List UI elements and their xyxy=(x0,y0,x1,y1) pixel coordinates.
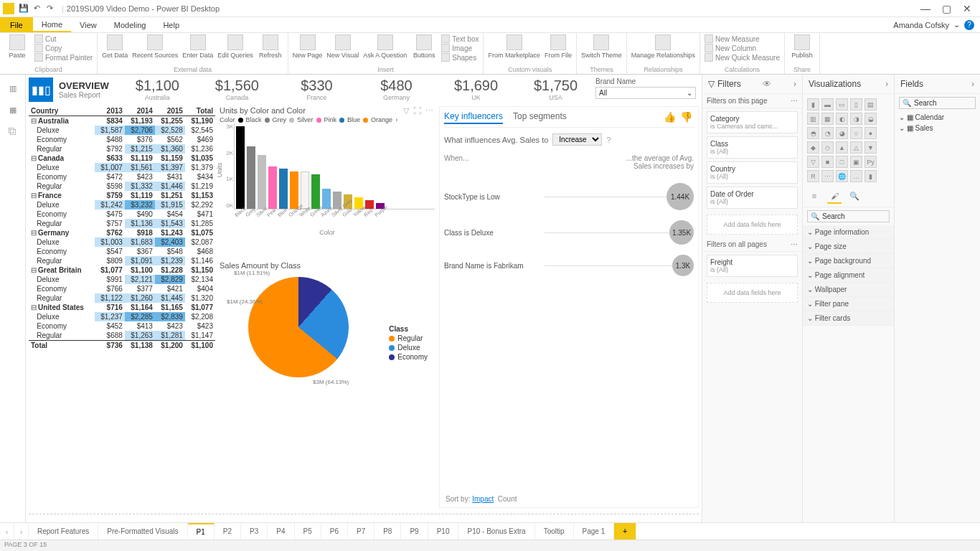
from-file-button[interactable]: From File xyxy=(545,34,572,59)
bar[interactable] xyxy=(268,166,277,209)
bar[interactable] xyxy=(290,171,298,209)
viz-type-icon[interactable]: ◆ xyxy=(807,141,819,154)
table-row[interactable]: Regular$598$1,332$1,446$1,219 xyxy=(29,182,215,191)
units-by-color-chart[interactable]: Units by Color and Color ▽ ⛶ ⋯ ColorBlac… xyxy=(220,106,435,257)
minimize-icon[interactable]: — xyxy=(920,3,930,14)
format-section[interactable]: ⌄ Filter cards xyxy=(803,311,894,326)
bar[interactable] xyxy=(279,169,288,209)
ki-row[interactable]: StockType is Low1.44K xyxy=(444,183,694,210)
table-row[interactable]: Regular$792$1,215$1,360$1,236 xyxy=(29,144,215,154)
add-page-button[interactable]: + xyxy=(614,523,636,540)
format-section[interactable]: ⌄ Page information xyxy=(803,225,894,240)
bar[interactable] xyxy=(247,146,255,209)
page-tab[interactable]: Page 1 xyxy=(574,523,615,540)
report-view-icon[interactable]: ▥ xyxy=(6,82,19,95)
recent-sources-button[interactable]: Recent Sources xyxy=(132,34,178,59)
eye-icon[interactable]: 👁 xyxy=(763,79,771,89)
ki-sort-count[interactable]: Count xyxy=(498,495,517,503)
new-page-button[interactable]: New Page xyxy=(293,34,323,59)
shapes-button[interactable]: Shapes xyxy=(441,53,479,62)
chevron-down-icon[interactable]: ⌄ xyxy=(953,20,960,29)
edit-queries-button[interactable]: Edit Queries xyxy=(217,34,253,59)
table-row[interactable]: Economy$547$367$548$468 xyxy=(29,247,215,256)
field-table[interactable]: ⌄ ▦ Sales xyxy=(895,123,980,133)
bar[interactable] xyxy=(311,174,320,209)
viz-type-icon[interactable]: ▭ xyxy=(836,98,848,110)
format-section[interactable]: ⌄ Page size xyxy=(803,240,894,254)
buttons-button[interactable]: Buttons xyxy=(411,34,437,59)
focus-icon[interactable]: ⛶ xyxy=(413,106,421,116)
viz-type-icon[interactable]: ◐ xyxy=(836,113,848,125)
thumbs-up-icon[interactable]: 👍 xyxy=(664,111,676,123)
table-row[interactable]: ⊟United States$716$1,164$1,165$1,077 xyxy=(29,303,215,312)
from-marketplace-button[interactable]: From Marketplace xyxy=(488,34,540,59)
format-tab-icon[interactable]: 🖌 xyxy=(827,189,842,204)
more-icon[interactable]: ⋯ xyxy=(791,97,798,105)
table-row[interactable]: Regular$1,122$1,260$1,445$1,320 xyxy=(29,293,215,303)
save-icon[interactable]: 💾 xyxy=(19,4,29,14)
page-tab[interactable]: Report Features xyxy=(29,523,98,540)
viz-type-icon[interactable]: ▮ xyxy=(807,98,819,110)
page-tab[interactable]: P10 xyxy=(428,523,459,540)
textbox-button[interactable]: Text box xyxy=(441,34,479,43)
table-row[interactable]: ⊟Germany$762$918$1,243$1,075 xyxy=(29,228,215,237)
format-search[interactable]: 🔍 Search xyxy=(807,210,890,222)
page-tab[interactable]: P7 xyxy=(348,523,374,540)
table-row[interactable]: Regular$688$1,263$1,281$1,147 xyxy=(29,331,215,341)
viz-type-icon[interactable]: ● xyxy=(864,127,877,139)
kpi-card[interactable]: $1,560Canada xyxy=(197,77,277,101)
analytics-tab-icon[interactable]: 🔍 xyxy=(847,189,862,204)
data-view-icon[interactable]: ▦ xyxy=(6,103,19,116)
undo-icon[interactable]: ↶ xyxy=(32,4,42,14)
viz-type-icon[interactable]: ▤ xyxy=(864,98,877,110)
format-section[interactable]: ⌄ Page background xyxy=(803,254,894,268)
kpi-card[interactable]: $330France xyxy=(277,77,357,101)
kpi-card[interactable]: $1,750USA xyxy=(516,77,595,101)
viz-type-icon[interactable]: ▲ xyxy=(836,141,848,154)
viz-type-icon[interactable]: ◑ xyxy=(850,113,862,125)
ki-row[interactable]: Brand Name is Fabrikam1.3K xyxy=(444,255,694,276)
model-view-icon[interactable]: ⿻ xyxy=(6,125,19,138)
fields-tab-icon[interactable]: ≡ xyxy=(807,189,821,204)
viz-type-icon[interactable]: ◇ xyxy=(821,141,834,154)
ask-question-button[interactable]: Ask A Question xyxy=(363,34,407,59)
bar[interactable] xyxy=(258,155,266,209)
kpi-card[interactable]: $1,100Australia xyxy=(118,77,197,101)
format-section[interactable]: ⌄ Page alignment xyxy=(803,268,894,283)
page-tab[interactable]: Tooltip xyxy=(535,523,574,540)
page-tab[interactable]: Pre-Formatted Visuals xyxy=(98,523,187,540)
add-all-filter[interactable]: Add data fields here xyxy=(707,283,798,303)
key-influencers-visual[interactable]: 👍 👎 Key influencers Top segments What in… xyxy=(439,106,699,508)
kpi-card[interactable]: $480Germany xyxy=(357,77,436,101)
viz-type-icon[interactable]: △ xyxy=(850,141,862,154)
file-menu[interactable]: File xyxy=(0,17,33,32)
table-row[interactable]: Total$736$1,138$1,200$1,100 xyxy=(29,341,215,351)
table-row[interactable]: Regular$757$1,136$1,543$1,285 xyxy=(29,219,215,228)
table-row[interactable]: Economy$472$423$431$434 xyxy=(29,172,215,182)
table-row[interactable]: ⊟Australia$834$1,193$1,255$1,190 xyxy=(29,116,215,126)
cut-button[interactable]: Cut xyxy=(34,34,93,43)
menu-home[interactable]: Home xyxy=(33,17,71,32)
page-tab[interactable]: P3 xyxy=(241,523,268,540)
thumbs-down-icon[interactable]: 👎 xyxy=(680,111,692,123)
bar[interactable] xyxy=(236,126,245,209)
table-row[interactable]: Deluxe$1,237$2,285$2,839$2,208 xyxy=(29,312,215,321)
image-button[interactable]: Image xyxy=(441,44,479,52)
ki-sort-impact[interactable]: Impact xyxy=(472,495,494,503)
viz-type-icon[interactable]: ◔ xyxy=(821,127,834,139)
viz-type-icon[interactable]: ▦ xyxy=(821,113,834,125)
bar[interactable] xyxy=(301,171,309,209)
table-row[interactable]: ⊟Canada$633$1,119$1,159$1,035 xyxy=(29,154,215,163)
more-icon[interactable]: ⋯ xyxy=(791,240,798,248)
viz-type-icon[interactable]: ▥ xyxy=(807,113,819,125)
switch-theme-button[interactable]: Switch Theme xyxy=(581,34,622,59)
ki-row[interactable]: Class is Deluxe1.35K xyxy=(444,220,694,245)
add-page-filter[interactable]: Add data fields here xyxy=(707,215,798,235)
table-row[interactable]: ⊟Great Britain$1,077$1,100$1,228$1,150 xyxy=(29,265,215,275)
more-icon[interactable]: ⋯ xyxy=(425,106,433,116)
viz-type-icon[interactable]: ○ xyxy=(850,127,862,139)
page-tab[interactable]: P5 xyxy=(295,523,321,540)
collapse-icon[interactable]: › xyxy=(885,79,888,89)
table-row[interactable]: Deluxe$991$2,121$2,829$2,134 xyxy=(29,275,215,284)
viz-type-icon[interactable]: ▮ xyxy=(864,170,877,182)
